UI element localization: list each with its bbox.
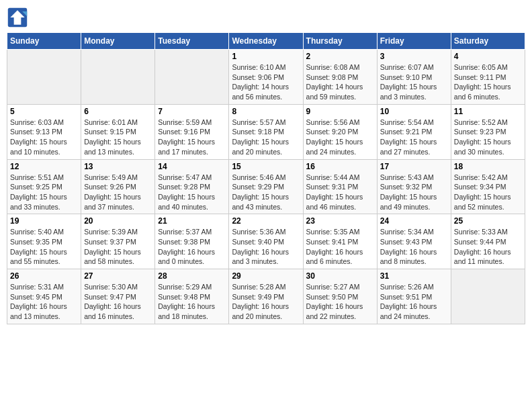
day-info: Sunrise: 6:05 AM Sunset: 9:11 PM Dayligh… [454, 62, 522, 102]
day-number: 24 [380, 216, 448, 226]
day-info: Sunrise: 5:29 AM Sunset: 9:48 PM Dayligh… [158, 282, 226, 322]
day-info: Sunrise: 5:28 AM Sunset: 9:49 PM Dayligh… [232, 282, 300, 322]
day-of-week-header: Friday [377, 33, 451, 50]
day-number: 21 [158, 216, 226, 226]
day-info: Sunrise: 5:59 AM Sunset: 9:16 PM Dayligh… [158, 118, 226, 157]
day-info: Sunrise: 5:39 AM Sunset: 9:37 PM Dayligh… [84, 227, 152, 267]
day-info: Sunrise: 6:10 AM Sunset: 9:06 PM Dayligh… [232, 62, 300, 102]
calendar-cell: 29Sunrise: 5:28 AM Sunset: 9:49 PM Dayli… [229, 269, 303, 324]
day-number: 6 [84, 107, 152, 116]
day-number: 13 [84, 162, 152, 171]
day-info: Sunrise: 5:31 AM Sunset: 9:45 PM Dayligh… [10, 282, 78, 322]
day-number: 10 [380, 107, 448, 116]
day-info: Sunrise: 5:51 AM Sunset: 9:25 PM Dayligh… [10, 173, 78, 212]
day-number: 17 [380, 162, 448, 171]
day-of-week-header: Saturday [451, 33, 525, 50]
logo [7, 7, 31, 28]
calendar-cell: 21Sunrise: 5:37 AM Sunset: 9:38 PM Dayli… [155, 214, 229, 269]
calendar-cell: 14Sunrise: 5:47 AM Sunset: 9:28 PM Dayli… [155, 159, 229, 214]
day-number: 26 [10, 271, 78, 281]
calendar-cell: 5Sunrise: 6:03 AM Sunset: 9:13 PM Daylig… [7, 104, 81, 159]
day-of-week-header: Tuesday [155, 33, 229, 50]
calendar-cell [81, 50, 155, 105]
calendar-cell: 7Sunrise: 5:59 AM Sunset: 9:16 PM Daylig… [155, 104, 229, 159]
day-info: Sunrise: 5:40 AM Sunset: 9:35 PM Dayligh… [10, 227, 78, 267]
day-of-week-header: Thursday [303, 33, 377, 50]
calendar-cell: 24Sunrise: 5:34 AM Sunset: 9:43 PM Dayli… [377, 214, 451, 269]
day-number: 12 [10, 162, 78, 171]
day-number: 9 [306, 107, 374, 116]
calendar-cell: 23Sunrise: 5:35 AM Sunset: 9:41 PM Dayli… [303, 214, 377, 269]
day-number: 25 [454, 216, 522, 226]
calendar-cell: 8Sunrise: 5:57 AM Sunset: 9:18 PM Daylig… [229, 104, 303, 159]
calendar-cell: 4Sunrise: 6:05 AM Sunset: 9:11 PM Daylig… [451, 50, 525, 105]
day-info: Sunrise: 6:07 AM Sunset: 9:10 PM Dayligh… [380, 62, 448, 102]
day-number: 18 [454, 162, 522, 171]
day-number: 31 [380, 271, 448, 281]
day-of-week-header: Sunday [7, 33, 81, 50]
calendar-cell: 31Sunrise: 5:26 AM Sunset: 9:51 PM Dayli… [377, 269, 451, 324]
calendar-cell: 16Sunrise: 5:44 AM Sunset: 9:31 PM Dayli… [303, 159, 377, 214]
day-info: Sunrise: 5:36 AM Sunset: 9:40 PM Dayligh… [232, 227, 300, 267]
day-info: Sunrise: 5:52 AM Sunset: 9:23 PM Dayligh… [454, 118, 522, 157]
calendar-cell: 1Sunrise: 6:10 AM Sunset: 9:06 PM Daylig… [229, 50, 303, 105]
day-number: 23 [306, 216, 374, 226]
calendar-cell: 15Sunrise: 5:46 AM Sunset: 9:29 PM Dayli… [229, 159, 303, 214]
day-info: Sunrise: 5:34 AM Sunset: 9:43 PM Dayligh… [380, 227, 448, 267]
calendar-cell: 19Sunrise: 5:40 AM Sunset: 9:35 PM Dayli… [7, 214, 81, 269]
day-number: 1 [232, 52, 300, 61]
calendar-cell: 11Sunrise: 5:52 AM Sunset: 9:23 PM Dayli… [451, 104, 525, 159]
day-info: Sunrise: 5:42 AM Sunset: 9:34 PM Dayligh… [454, 173, 522, 212]
calendar-cell: 25Sunrise: 5:33 AM Sunset: 9:44 PM Dayli… [451, 214, 525, 269]
day-of-week-header: Monday [81, 33, 155, 50]
calendar-cell: 26Sunrise: 5:31 AM Sunset: 9:45 PM Dayli… [7, 269, 81, 324]
day-number: 11 [454, 107, 522, 116]
calendar-cell: 12Sunrise: 5:51 AM Sunset: 9:25 PM Dayli… [7, 159, 81, 214]
calendar-cell [7, 50, 81, 105]
day-number: 8 [232, 107, 300, 116]
day-info: Sunrise: 5:54 AM Sunset: 9:21 PM Dayligh… [380, 118, 448, 157]
day-info: Sunrise: 5:43 AM Sunset: 9:32 PM Dayligh… [380, 173, 448, 212]
day-number: 22 [232, 216, 300, 226]
calendar-cell [155, 50, 229, 105]
page-header [7, 7, 525, 28]
calendar-cell: 30Sunrise: 5:27 AM Sunset: 9:50 PM Dayli… [303, 269, 377, 324]
calendar-cell: 20Sunrise: 5:39 AM Sunset: 9:37 PM Dayli… [81, 214, 155, 269]
calendar-cell: 13Sunrise: 5:49 AM Sunset: 9:26 PM Dayli… [81, 159, 155, 214]
logo-icon [7, 7, 28, 28]
day-info: Sunrise: 5:33 AM Sunset: 9:44 PM Dayligh… [454, 227, 522, 267]
day-number: 29 [232, 271, 300, 281]
calendar-cell: 9Sunrise: 5:56 AM Sunset: 9:20 PM Daylig… [303, 104, 377, 159]
day-info: Sunrise: 5:47 AM Sunset: 9:28 PM Dayligh… [158, 173, 226, 212]
day-number: 16 [306, 162, 374, 171]
calendar-cell [451, 269, 525, 324]
day-number: 15 [232, 162, 300, 171]
day-number: 30 [306, 271, 374, 281]
calendar-cell: 28Sunrise: 5:29 AM Sunset: 9:48 PM Dayli… [155, 269, 229, 324]
day-info: Sunrise: 5:56 AM Sunset: 9:20 PM Dayligh… [306, 118, 374, 157]
day-number: 4 [454, 52, 522, 61]
day-info: Sunrise: 5:46 AM Sunset: 9:29 PM Dayligh… [232, 173, 300, 212]
calendar-cell: 27Sunrise: 5:30 AM Sunset: 9:47 PM Dayli… [81, 269, 155, 324]
day-number: 14 [158, 162, 226, 171]
calendar-cell: 2Sunrise: 6:08 AM Sunset: 9:08 PM Daylig… [303, 50, 377, 105]
day-number: 7 [158, 107, 226, 116]
calendar-week-row: 19Sunrise: 5:40 AM Sunset: 9:35 PM Dayli… [7, 214, 525, 269]
calendar-cell: 6Sunrise: 6:01 AM Sunset: 9:15 PM Daylig… [81, 104, 155, 159]
day-info: Sunrise: 5:49 AM Sunset: 9:26 PM Dayligh… [84, 173, 152, 212]
calendar-cell: 22Sunrise: 5:36 AM Sunset: 9:40 PM Dayli… [229, 214, 303, 269]
day-info: Sunrise: 5:35 AM Sunset: 9:41 PM Dayligh… [306, 227, 374, 267]
day-number: 20 [84, 216, 152, 226]
day-number: 5 [10, 107, 78, 116]
day-info: Sunrise: 6:01 AM Sunset: 9:15 PM Dayligh… [84, 118, 152, 157]
day-info: Sunrise: 6:03 AM Sunset: 9:13 PM Dayligh… [10, 118, 78, 157]
day-info: Sunrise: 5:30 AM Sunset: 9:47 PM Dayligh… [84, 282, 152, 322]
calendar-table: SundayMondayTuesdayWednesdayThursdayFrid… [7, 32, 525, 324]
calendar-cell: 10Sunrise: 5:54 AM Sunset: 9:21 PM Dayli… [377, 104, 451, 159]
day-number: 28 [158, 271, 226, 281]
calendar-week-row: 12Sunrise: 5:51 AM Sunset: 9:25 PM Dayli… [7, 159, 525, 214]
day-info: Sunrise: 5:27 AM Sunset: 9:50 PM Dayligh… [306, 282, 374, 322]
calendar-week-row: 5Sunrise: 6:03 AM Sunset: 9:13 PM Daylig… [7, 104, 525, 159]
calendar-cell: 18Sunrise: 5:42 AM Sunset: 9:34 PM Dayli… [451, 159, 525, 214]
calendar-week-row: 26Sunrise: 5:31 AM Sunset: 9:45 PM Dayli… [7, 269, 525, 324]
